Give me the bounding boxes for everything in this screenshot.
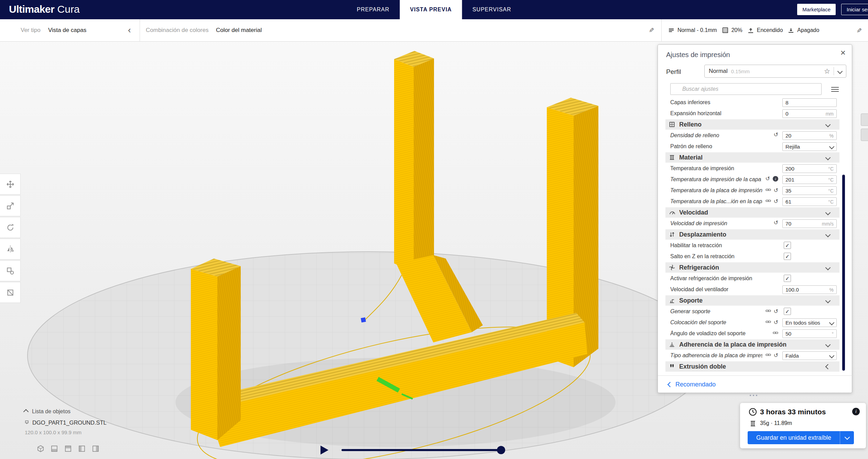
link-icon[interactable] [766, 198, 771, 205]
link-icon[interactable] [766, 319, 771, 326]
object-list-header[interactable]: Lista de objetos [24, 408, 107, 415]
panel-drag-dots[interactable] [750, 395, 757, 396]
edit-pencil-icon[interactable]: ✎ [855, 28, 863, 33]
scale-icon [6, 201, 15, 210]
setting-label: Velocidad de impresión [670, 220, 727, 227]
setting-value-field[interactable]: 200°C [782, 164, 837, 173]
view-right-button[interactable] [90, 444, 101, 454]
summary-support: Encendido [747, 27, 783, 34]
infill-icon [669, 121, 675, 128]
setting-label: Temperatura de la placa de impresión [670, 187, 762, 194]
link-icon[interactable] [773, 330, 778, 337]
scale-tool-button[interactable] [0, 195, 21, 216]
section-header-extrusion-doble[interactable]: Extrusión doble [658, 361, 853, 372]
edit-pencil-icon[interactable]: ✎ [647, 28, 655, 33]
link-icon[interactable] [766, 308, 771, 315]
setting-value-field[interactable]: 20% [782, 131, 837, 140]
dual-extrusion-icon [669, 363, 675, 370]
section-header-refrigeracion[interactable]: Refrigeración [658, 262, 853, 273]
color-scheme-value[interactable]: Color del material [216, 27, 262, 34]
setting-value-field[interactable]: 50° [782, 329, 837, 338]
reset-icon[interactable]: ↺ [766, 176, 770, 182]
section-header-material[interactable]: Material [658, 152, 853, 163]
print-setup-summary[interactable]: Normal - 0.1mm 20% Encendido Apagado ✎ [661, 19, 868, 41]
setting-dropdown[interactable]: En todos sitios [782, 318, 837, 327]
setting-label: Temperatura de impresión [670, 165, 734, 172]
view-type-value[interactable]: Vista de capas [48, 27, 86, 34]
info-icon[interactable]: i [773, 176, 778, 182]
section-header-velocidad[interactable]: Velocidad [658, 207, 853, 218]
setting-label: Activar refrigeración de impresión [670, 275, 752, 282]
right-edge-tab[interactable] [861, 113, 868, 126]
setting-dropdown[interactable]: Rejilla [782, 142, 837, 151]
stage-toolbar: Ver tipo Vista de capas ‹ Combinación de… [0, 19, 868, 42]
save-to-removable-drive-button[interactable]: Guardar en unidad extraíble [748, 431, 840, 444]
checkbox[interactable]: ✓ [784, 275, 791, 282]
setting-label: Colocación del soporte [670, 319, 726, 326]
view-top-button[interactable] [63, 444, 73, 454]
section-header-adherencia[interactable]: Adherencia de la placa de impresión [658, 339, 853, 350]
setting-value-field[interactable]: 35°C [782, 186, 837, 195]
setting-value-field[interactable]: 70mm/s [782, 219, 837, 228]
save-options-dropdown[interactable] [840, 431, 854, 444]
section-header-soporte[interactable]: Soporte [658, 295, 853, 306]
nozzle-position-marker [361, 317, 366, 323]
tab-supervisar[interactable]: SUPERVISAR [462, 0, 522, 19]
app-header: Ultimaker Cura PREPARAR VISTA PREVIA SUP… [0, 0, 868, 19]
setting-value-field[interactable]: 100.0% [782, 285, 837, 294]
support-blocker-tool-button[interactable] [0, 282, 21, 303]
setting-dropdown[interactable]: Falda [782, 351, 837, 360]
section-header-relleno[interactable]: Relleno [658, 119, 853, 130]
infill-icon [722, 27, 729, 34]
checkbox[interactable]: ✓ [784, 253, 791, 260]
checkbox[interactable]: ✓ [784, 308, 791, 315]
per-model-settings-tool-button[interactable] [0, 260, 21, 281]
info-icon[interactable]: i [852, 408, 860, 415]
link-icon[interactable] [766, 187, 771, 194]
move-tool-button[interactable] [0, 174, 21, 195]
setting-label: Generar soporte [670, 308, 710, 315]
stage-tabs: PREPARAR VISTA PREVIA SUPERVISAR [346, 0, 521, 19]
reset-icon[interactable]: ↺ [774, 320, 778, 325]
search-input[interactable] [670, 83, 822, 95]
star-icon[interactable]: ☆ [824, 67, 830, 75]
profile-dropdown[interactable]: Normal 0.15mm ☆ [704, 65, 846, 78]
view-front-button[interactable] [49, 444, 59, 454]
chevron-left-icon[interactable]: ‹ [128, 25, 131, 35]
setting-value-field[interactable]: 61°C [782, 197, 837, 206]
slider-handle[interactable] [497, 446, 505, 454]
tab-preparar[interactable]: PREPARAR [346, 0, 400, 19]
setting-row: Temperatura de impresión de la capa inic… [658, 174, 853, 185]
setting-value-field[interactable]: 8 [782, 98, 837, 107]
link-icon[interactable] [766, 352, 771, 359]
sign-in-button[interactable]: Iniciar sesión [841, 4, 868, 15]
view-left-button[interactable] [77, 444, 87, 454]
object-list-item[interactable]: DGO_PART1_GROUND.STL [24, 419, 107, 426]
app-logo: Ultimaker Cura [9, 3, 80, 15]
mirror-tool-button[interactable] [0, 239, 21, 260]
checkbox[interactable]: ✓ [784, 242, 791, 249]
reset-icon[interactable]: ↺ [774, 188, 778, 193]
reset-icon[interactable]: ↺ [774, 199, 778, 204]
rotate-tool-button[interactable] [0, 217, 21, 238]
view-3d-button[interactable] [35, 444, 46, 454]
reset-icon[interactable]: ↺ [774, 132, 778, 138]
reset-icon[interactable]: ↺ [774, 353, 778, 358]
marketplace-button[interactable]: Marketplace [797, 4, 836, 15]
section-header-desplazamiento[interactable]: Desplazamiento [658, 229, 853, 240]
setting-value-field[interactable]: 0mm [782, 109, 837, 118]
layer-path-slider[interactable] [341, 449, 501, 451]
filter-menu-icon[interactable] [831, 86, 839, 93]
setting-label: Ángulo de voladizo del soporte [670, 330, 746, 337]
per-model-settings-icon [6, 266, 15, 275]
recommended-mode-button[interactable]: Recomendado [668, 381, 716, 388]
reset-icon[interactable]: ↺ [774, 220, 778, 226]
right-edge-tab[interactable] [861, 129, 868, 141]
panel-scrollbar[interactable] [842, 175, 845, 371]
setting-value-field[interactable]: 201°C [782, 175, 837, 184]
setting-label: Habilitar la retracción [670, 242, 722, 249]
play-button[interactable] [321, 446, 328, 455]
close-icon[interactable]: × [840, 48, 846, 57]
tab-vista-previa[interactable]: VISTA PREVIA [400, 0, 462, 19]
reset-icon[interactable]: ↺ [774, 309, 778, 314]
